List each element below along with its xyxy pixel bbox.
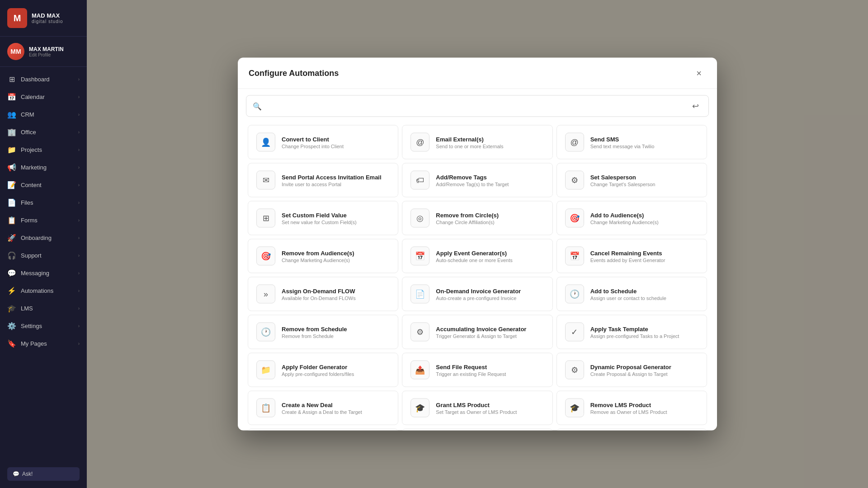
cancel-remaining-events-desc: Events added by Event Generator xyxy=(590,257,665,263)
onboarding-icon: 🚀 xyxy=(7,234,16,242)
sidebar-item-content[interactable]: 📝 Content › xyxy=(0,176,87,194)
automation-card-webhook-notification[interactable]: ↻ Webhook Notification Fire a webhook to… xyxy=(248,429,398,431)
apply-event-generator-desc: Auto-schedule one or more Events xyxy=(436,257,512,263)
sidebar-item-lms[interactable]: 🎓 LMS › xyxy=(0,300,87,317)
automation-card-email-externals[interactable]: @ Email External(s) Send to one or more … xyxy=(402,125,552,160)
automation-card-remove-lms-product[interactable]: 🎓 Remove LMS Product Remove as Owner of … xyxy=(557,391,707,425)
set-custom-field-desc: Set new value for Custom Field(s) xyxy=(282,219,357,225)
on-demand-invoice-generator-desc: Auto-create a pre-configured Invoice xyxy=(436,295,521,300)
sidebar-user[interactable]: MM MAX MARTIN Edit Profile xyxy=(0,37,87,67)
sidebar-label-office: Office xyxy=(21,129,36,136)
sidebar-item-crm[interactable]: 👥 CRM › xyxy=(0,106,87,123)
chevron-dashboard-icon: › xyxy=(78,77,80,82)
sidebar-item-projects[interactable]: 📁 Projects › xyxy=(0,141,87,159)
search-icon: 🔍 xyxy=(253,102,262,110)
ask-icon: 💬 xyxy=(13,471,19,477)
logo: M MAD MAX digital studio xyxy=(0,0,87,37)
accumulating-invoice-generator-desc: Trigger Generator & Assign to Target xyxy=(436,333,526,338)
automation-card-send-portal-access[interactable]: ✉ Send Portal Access Invitation Email In… xyxy=(248,163,398,197)
send-file-request-icon: 📤 xyxy=(410,361,429,380)
sidebar-item-automations[interactable]: ⚡ Automations › xyxy=(0,282,87,300)
email-externals-desc: Send to one or more Externals xyxy=(436,143,503,149)
sidebar-item-files[interactable]: 📄 Files › xyxy=(0,194,87,211)
chevron-calendar-icon: › xyxy=(78,94,80,99)
sidebar: M MAD MAX digital studio MM MAX MARTIN E… xyxy=(0,0,87,488)
remove-from-audiences-icon: 🎯 xyxy=(256,247,275,266)
automation-card-remove-from-checklist[interactable]: ✓ Remove from Checklist Remove Target fr… xyxy=(557,429,707,431)
sidebar-label-support: Support xyxy=(21,252,42,259)
add-to-audiences-desc: Change Marketing Audience(s) xyxy=(590,219,659,225)
assign-on-demand-flow-icon: » xyxy=(256,285,275,304)
modal-title: Configure Automations xyxy=(249,68,339,78)
accumulating-invoice-generator-title: Accumulating Invoice Generator xyxy=(436,325,526,332)
chevron-settings-icon: › xyxy=(78,324,80,328)
sidebar-item-onboarding[interactable]: 🚀 Onboarding › xyxy=(0,229,87,247)
automation-card-add-to-checklists[interactable]: ✓ Add to Checklists Assign Target to Che… xyxy=(402,429,552,431)
automation-card-add-to-audiences[interactable]: 🎯 Add to Audience(s) Change Marketing Au… xyxy=(557,201,707,235)
automation-card-dynamic-proposal-generator[interactable]: ⚙ Dynamic Proposal Generator Create Prop… xyxy=(557,353,707,387)
convert-to-client-title: Convert to Client xyxy=(282,136,344,142)
ask-button[interactable]: 💬 Ask! xyxy=(7,467,80,481)
sidebar-item-dashboard[interactable]: ⊞ Dashboard › xyxy=(0,70,87,88)
search-input[interactable] xyxy=(266,103,684,110)
modal-close-button[interactable]: × xyxy=(692,66,706,80)
sidebar-item-forms[interactable]: 📋 Forms › xyxy=(0,211,87,229)
automation-card-send-sms[interactable]: @ Send SMS Send text message via Twilio xyxy=(557,125,707,160)
create-new-deal-title: Create a New Deal xyxy=(282,401,362,408)
add-to-schedule-desc: Assign user or contact to schedule xyxy=(590,295,666,300)
sidebar-label-crm: CRM xyxy=(21,111,34,118)
automation-card-cancel-remaining-events[interactable]: 📅 Cancel Remaining Events Events added b… xyxy=(557,239,707,273)
sidebar-item-settings[interactable]: ⚙️ Settings › xyxy=(0,317,87,335)
sidebar-item-mypages[interactable]: 🔖 My Pages › xyxy=(0,335,87,352)
automation-card-apply-folder-generator[interactable]: 📁 Apply Folder Generator Apply pre-confi… xyxy=(248,353,398,387)
automation-card-remove-from-audiences[interactable]: 🎯 Remove from Audience(s) Change Marketi… xyxy=(248,239,398,273)
settings-icon: ⚙️ xyxy=(7,322,16,330)
sidebar-item-calendar[interactable]: 📅 Calendar › xyxy=(0,88,87,106)
automation-card-grant-lms-product[interactable]: 🎓 Grant LMS Product Set Target as Owner … xyxy=(402,391,552,425)
send-file-request-title: Send File Request xyxy=(436,363,506,370)
automation-card-set-custom-field[interactable]: ⊞ Set Custom Field Value Set new value f… xyxy=(248,201,398,235)
email-externals-icon: @ xyxy=(410,133,429,152)
automation-card-accumulating-invoice-generator[interactable]: ⚙ Accumulating Invoice Generator Trigger… xyxy=(402,315,552,349)
edit-profile-link[interactable]: Edit Profile xyxy=(29,52,64,57)
dynamic-proposal-generator-icon: ⚙ xyxy=(565,361,584,380)
automation-card-on-demand-invoice-generator[interactable]: 📄 On-Demand Invoice Generator Auto-creat… xyxy=(402,277,552,311)
marketing-icon: 📢 xyxy=(7,163,16,172)
automation-card-remove-from-schedule[interactable]: 🕐 Remove from Schedule Remove from Sched… xyxy=(248,315,398,349)
assign-on-demand-flow-desc: Available for On-Demand FLOWs xyxy=(282,295,356,300)
automation-card-add-remove-tags[interactable]: 🏷 Add/Remove Tags Add/Remove Tag(s) to t… xyxy=(402,163,552,197)
mypages-icon: 🔖 xyxy=(7,339,16,348)
automation-card-set-salesperson[interactable]: ⚙ Set Salesperson Change Target's Salesp… xyxy=(557,163,707,197)
sidebar-nav: ⊞ Dashboard › 📅 Calendar › 👥 CRM › 🏢 Off… xyxy=(0,67,87,464)
add-to-audiences-icon: 🎯 xyxy=(565,209,584,228)
remove-lms-product-desc: Remove as Owner of LMS Product xyxy=(590,409,667,414)
sidebar-label-lms: LMS xyxy=(21,305,33,312)
set-salesperson-title: Set Salesperson xyxy=(590,174,656,180)
sidebar-item-marketing[interactable]: 📢 Marketing › xyxy=(0,159,87,176)
automation-card-apply-event-generator[interactable]: 📅 Apply Event Generator(s) Auto-schedule… xyxy=(402,239,552,273)
chevron-files-icon: › xyxy=(78,200,80,205)
automations-icon: ⚡ xyxy=(7,286,16,295)
set-custom-field-title: Set Custom Field Value xyxy=(282,211,357,218)
avatar: MM xyxy=(7,43,24,60)
convert-to-client-icon: 👤 xyxy=(256,133,275,152)
messaging-icon: 💬 xyxy=(7,269,16,277)
automation-card-create-new-deal[interactable]: 📋 Create a New Deal Create & Assign a De… xyxy=(248,391,398,425)
automation-card-convert-to-client[interactable]: 👤 Convert to Client Change Prospect into… xyxy=(248,125,398,160)
support-icon: 🎧 xyxy=(7,251,16,260)
crm-icon: 👥 xyxy=(7,110,16,119)
remove-lms-product-title: Remove LMS Product xyxy=(590,401,667,408)
search-back-button[interactable]: ↩ xyxy=(689,99,702,113)
automation-card-remove-from-circle[interactable]: ◎ Remove from Circle(s) Change Circle Af… xyxy=(402,201,552,235)
sidebar-item-office[interactable]: 🏢 Office › xyxy=(0,123,87,141)
create-new-deal-desc: Create & Assign a Deal to the Target xyxy=(282,409,362,414)
apply-event-generator-icon: 📅 xyxy=(410,247,429,266)
automation-card-send-file-request[interactable]: 📤 Send File Request Trigger an existing … xyxy=(402,353,552,387)
sidebar-item-messaging[interactable]: 💬 Messaging › xyxy=(0,264,87,282)
grant-lms-product-title: Grant LMS Product xyxy=(436,401,517,408)
automation-card-add-to-schedule[interactable]: 🕐 Add to Schedule Assign user or contact… xyxy=(557,277,707,311)
automation-card-apply-task-template[interactable]: ✓ Apply Task Template Assign pre-configu… xyxy=(557,315,707,349)
automation-card-assign-on-demand-flow[interactable]: » Assign On-Demand FLOW Available for On… xyxy=(248,277,398,311)
grant-lms-product-icon: 🎓 xyxy=(410,399,429,418)
sidebar-item-support[interactable]: 🎧 Support › xyxy=(0,247,87,264)
